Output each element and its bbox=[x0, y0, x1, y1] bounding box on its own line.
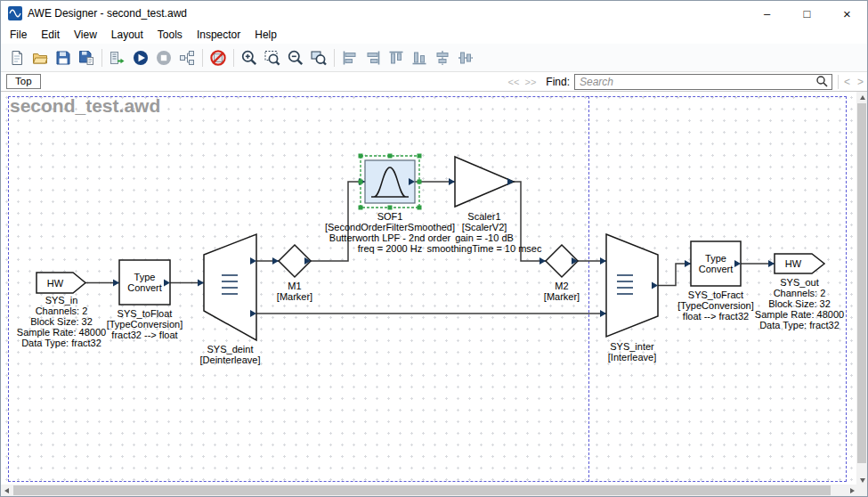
menu-edit[interactable]: Edit bbox=[34, 28, 67, 42]
horizontal-scrollbar[interactable] bbox=[1, 485, 858, 496]
vertical-scrollbar-thumb[interactable] bbox=[857, 103, 866, 463]
caption-line: [TypeConversion] bbox=[91, 319, 199, 330]
nav-back-button[interactable]: << bbox=[508, 77, 520, 87]
arrow-left-icon bbox=[4, 488, 9, 493]
stop-button[interactable] bbox=[152, 46, 175, 69]
align-bottom-button[interactable] bbox=[408, 46, 431, 69]
align-left-button[interactable] bbox=[338, 46, 361, 69]
app-window: AWE Designer - second_test.awd – □ × Fil… bbox=[0, 0, 868, 497]
vertical-scrollbar[interactable] bbox=[856, 92, 867, 486]
align-left-icon bbox=[341, 49, 359, 67]
wire[interactable] bbox=[658, 264, 691, 286]
run-icon bbox=[132, 49, 150, 67]
caption-line: Channels: 2 bbox=[746, 288, 853, 298]
window-title: AWE Designer - second_test.awd bbox=[28, 7, 747, 20]
find-input-wrap bbox=[574, 74, 832, 90]
connect-target-icon bbox=[109, 49, 126, 67]
caption-line: M2 bbox=[526, 281, 597, 291]
caption-line: Scaler1 bbox=[409, 211, 560, 222]
arrow-right-icon bbox=[850, 488, 855, 493]
scroll-up-button[interactable] bbox=[856, 92, 868, 103]
menu-help[interactable]: Help bbox=[247, 28, 284, 42]
menu-inspector[interactable]: Inspector bbox=[190, 28, 247, 42]
caption-line: [ScalerV2] bbox=[409, 222, 560, 232]
caption-line: SYS_inter bbox=[579, 341, 685, 352]
nav-forward-button[interactable]: >> bbox=[524, 77, 536, 87]
menu-bar: File Edit View Layout Tools Inspector He… bbox=[1, 26, 867, 44]
caption-line: SYS_in bbox=[8, 295, 115, 306]
scroll-left-button[interactable] bbox=[1, 485, 12, 496]
propagate-button[interactable] bbox=[175, 46, 199, 69]
zoom-in-icon bbox=[240, 49, 258, 67]
new-button[interactable] bbox=[5, 46, 28, 69]
zoom-out-button[interactable] bbox=[284, 46, 307, 69]
caption-line: [Deinterleave] bbox=[176, 354, 284, 365]
zoom-extents-icon bbox=[264, 49, 281, 67]
zoom-in-button[interactable] bbox=[238, 46, 261, 69]
block-sys-inter[interactable] bbox=[606, 234, 658, 337]
caption-line: M1 bbox=[259, 281, 330, 291]
caption-line: SYS_deint bbox=[176, 344, 284, 354]
title-bar: AWE Designer - second_test.awd – □ × bbox=[1, 1, 867, 26]
save-icon bbox=[54, 49, 72, 67]
find-bar: Top << >> Find: < > bbox=[1, 72, 867, 92]
find-input[interactable] bbox=[578, 76, 815, 88]
tab-top[interactable]: Top bbox=[6, 74, 41, 89]
find-prev-button[interactable]: < bbox=[840, 76, 854, 88]
sys-in-shape-label: HW bbox=[37, 273, 74, 293]
align-center-vertical-button[interactable] bbox=[454, 46, 477, 69]
scaler1-caption: Scaler1 [ScalerV2] gain = -10 dB smoothi… bbox=[409, 211, 560, 254]
connect-target-button[interactable] bbox=[106, 46, 129, 69]
sys-out-caption: SYS_out Channels: 2 Block Size: 32 Sampl… bbox=[746, 277, 853, 330]
new-icon bbox=[8, 49, 26, 67]
run-button[interactable] bbox=[129, 46, 152, 69]
save-button[interactable] bbox=[52, 46, 75, 69]
sys-tofloat-shape-label: Type Convert bbox=[119, 260, 170, 305]
zoom-out-icon bbox=[287, 49, 304, 67]
disable-live-button[interactable] bbox=[207, 46, 230, 69]
find-next-button[interactable]: > bbox=[854, 76, 867, 88]
menu-layout[interactable]: Layout bbox=[104, 28, 150, 42]
find-label: Find: bbox=[546, 76, 570, 88]
caption-line: smoothingTime = 10 msec bbox=[409, 243, 560, 254]
align-top-button[interactable] bbox=[385, 46, 408, 69]
sys-tofract-shape-label: Type Convert bbox=[691, 241, 741, 286]
save-as-icon bbox=[77, 49, 95, 67]
caption-line: [Interleave] bbox=[579, 352, 685, 363]
maximize-button[interactable]: □ bbox=[787, 1, 827, 26]
toolbar-separator bbox=[233, 49, 234, 67]
window-controls: – □ × bbox=[747, 1, 867, 26]
align-center-horizontal-button[interactable] bbox=[431, 46, 454, 69]
save-as-button[interactable] bbox=[75, 46, 98, 69]
sys-out-shape-label: HW bbox=[775, 254, 812, 273]
caption-line: fract32 --> float bbox=[91, 330, 199, 340]
menu-tools[interactable]: Tools bbox=[150, 28, 190, 42]
stop-icon bbox=[155, 49, 173, 67]
caption-line: Sample Rate: 48000 bbox=[746, 309, 853, 320]
search-icon[interactable] bbox=[815, 75, 829, 88]
caption-line: SYS_toFloat bbox=[91, 308, 199, 319]
block-scaler1[interactable] bbox=[455, 157, 514, 207]
propagate-icon bbox=[178, 49, 196, 67]
horizontal-scrollbar-thumb[interactable] bbox=[13, 485, 831, 495]
menu-view[interactable]: View bbox=[67, 28, 104, 42]
awe-logo-icon bbox=[8, 6, 22, 20]
zoom-extents-button[interactable] bbox=[261, 46, 284, 69]
findbar-separator bbox=[838, 75, 839, 89]
block-sof1[interactable] bbox=[365, 160, 415, 203]
align-right-button[interactable] bbox=[361, 46, 385, 69]
arrow-up-icon bbox=[860, 95, 865, 100]
menu-file[interactable]: File bbox=[3, 28, 34, 42]
zoom-selection-icon bbox=[310, 49, 328, 67]
caption-line: SYS_out bbox=[746, 277, 853, 288]
m1-caption: M1 [Marker] bbox=[259, 281, 330, 302]
design-canvas[interactable]: second_test.awd bbox=[1, 92, 858, 486]
minimize-button[interactable]: – bbox=[747, 1, 787, 26]
open-button[interactable] bbox=[28, 46, 52, 69]
caption-line: [Marker] bbox=[259, 291, 330, 302]
zoom-selection-button[interactable] bbox=[307, 46, 330, 69]
align-bottom-icon bbox=[410, 49, 428, 67]
sys-tofloat-caption: SYS_toFloat [TypeConversion] fract32 -->… bbox=[91, 308, 199, 340]
close-button[interactable]: × bbox=[827, 1, 867, 26]
toolbar-separator bbox=[101, 49, 102, 67]
